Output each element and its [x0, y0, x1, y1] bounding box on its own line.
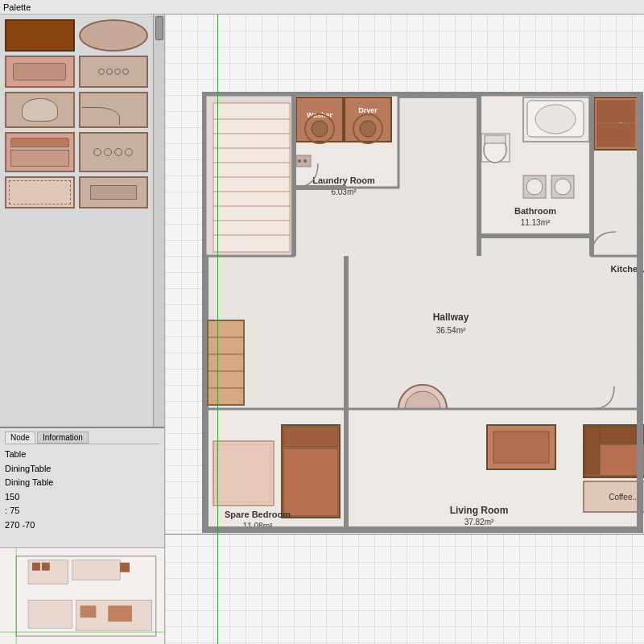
node-id: DiningTable: [5, 462, 159, 477]
app: Palette: [0, 0, 644, 644]
svg-point-46: [535, 105, 576, 134]
floorplan-svg: Washer Dryer Laundry Room 6.03m²: [165, 14, 644, 546]
node-type: Table: [5, 448, 159, 462]
svg-rect-86: [493, 431, 549, 463]
svg-point-37: [303, 159, 307, 163]
svg-rect-9: [108, 605, 132, 621]
svg-rect-6: [42, 563, 50, 571]
node-depth: : 75: [5, 504, 159, 518]
palette-item-bed[interactable]: [5, 132, 75, 172]
svg-text:Bathroom: Bathroom: [514, 206, 556, 216]
minimap-image: [0, 548, 164, 644]
palette-label: Palette: [3, 2, 31, 12]
svg-rect-43: [485, 135, 506, 143]
palette-item-door[interactable]: [79, 92, 149, 128]
svg-text:36.54m²: 36.54m²: [436, 326, 466, 335]
node-name: Dining Table: [5, 476, 159, 490]
svg-text:Living Room: Living Room: [450, 505, 509, 516]
svg-point-30: [312, 121, 328, 137]
main-area: Node Information Table DiningTable Dinin…: [0, 14, 644, 644]
svg-text:37.82m²: 37.82m²: [464, 518, 494, 526]
node-width: 150: [5, 490, 159, 505]
svg-text:Laundry Room: Laundry Room: [312, 175, 375, 185]
palette-item-toilet[interactable]: [5, 92, 75, 128]
svg-text:Hallway: Hallway: [433, 312, 469, 323]
svg-rect-74: [283, 448, 338, 516]
svg-point-48: [526, 179, 543, 195]
node-info-panel: Node Information Table DiningTable Dinin…: [0, 427, 164, 547]
node-info-tabs: Node Information: [5, 431, 159, 444]
minimap[interactable]: [0, 547, 164, 644]
palette-item-stove2[interactable]: [79, 132, 149, 172]
palette-item-table[interactable]: [79, 176, 149, 208]
svg-text:Coffee...: Coffee...: [609, 493, 639, 502]
svg-rect-2: [72, 560, 121, 580]
palette-item-circle[interactable]: [79, 19, 149, 52]
svg-rect-70: [213, 441, 274, 506]
svg-rect-81: [585, 427, 600, 474]
svg-text:Spare Bedroom: Spare Bedroom: [225, 510, 291, 519]
svg-text:11.13m²: 11.13m²: [521, 218, 551, 227]
palette-item-rug[interactable]: [5, 176, 75, 208]
svg-text:Dryer: Dryer: [358, 106, 378, 114]
svg-rect-58: [597, 124, 634, 147]
node-info-content: Table DiningTable Dining Table 150 : 75 …: [5, 448, 159, 533]
svg-rect-61: [208, 320, 244, 405]
svg-point-50: [555, 179, 571, 195]
svg-point-36: [298, 159, 301, 163]
scrollbar-area[interactable]: [153, 14, 164, 427]
svg-rect-3: [28, 600, 72, 628]
canvas-area[interactable]: Washer Dryer Laundry Room 6.03m²: [165, 14, 644, 644]
svg-rect-57: [597, 101, 634, 122]
svg-rect-7: [120, 563, 130, 572]
tab-node[interactable]: Node: [5, 431, 35, 444]
palette-grid: [0, 14, 153, 427]
green-border-vertical: [217, 14, 218, 644]
green-border-horizontal: [165, 534, 644, 535]
node-position: 270 -70: [5, 518, 159, 533]
scroll-thumb[interactable]: [155, 16, 163, 40]
left-split: [0, 14, 164, 427]
svg-rect-73: [283, 427, 338, 447]
palette-item-brown-square[interactable]: [5, 19, 75, 52]
palette-item-sofa[interactable]: [5, 56, 75, 88]
svg-rect-8: [80, 605, 97, 617]
left-panel: Node Information Table DiningTable Dinin…: [0, 14, 165, 644]
palette-bar: Palette: [0, 0, 644, 14]
tab-information[interactable]: Information: [37, 431, 89, 444]
svg-point-34: [360, 121, 376, 137]
svg-rect-5: [32, 563, 40, 571]
palette-item-stove[interactable]: [79, 56, 149, 88]
